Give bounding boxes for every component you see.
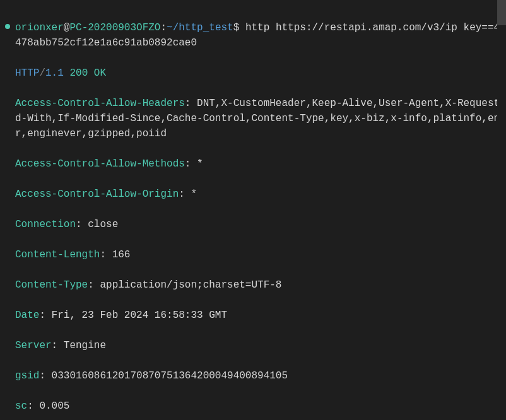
prompt-path: ~/http_test <box>167 22 233 33</box>
prompt-host: PC-20200903OFZO <box>69 22 160 33</box>
header-value: Fri, 23 Feb 2024 16:58:33 GMT <box>52 310 227 321</box>
active-bullet-icon <box>5 24 10 29</box>
header-name: Content-Length <box>15 249 100 260</box>
header-name: Access-Control-Allow-Origin <box>15 189 179 200</box>
scrollbar[interactable] <box>497 0 506 420</box>
header-name: gsid <box>15 370 39 382</box>
header-line: Connection: close <box>15 217 506 232</box>
header-name: Server <box>15 340 52 351</box>
http-status: 200 OK <box>69 67 106 79</box>
header-line: Access-Control-Allow-Methods: * <box>15 156 506 172</box>
header-line: Content-Length: 166 <box>15 247 506 262</box>
header-line: gsid: 0330160861201708707513642000494008… <box>15 368 506 383</box>
prompt-at: @ <box>64 22 70 33</box>
http-prefix: HTTP <box>15 67 39 79</box>
header-value: 0.005 <box>39 400 69 412</box>
scrollbar-thumb[interactable] <box>497 0 506 25</box>
header-value: Tengine <box>64 340 106 351</box>
header-value: * <box>191 189 197 200</box>
http-version: 1.1 <box>45 67 64 79</box>
header-value: close <box>88 219 118 230</box>
header-value: 166 <box>112 249 131 260</box>
prompt-colon: : <box>160 22 167 33</box>
http-status-line: HTTP/1.1 200 OK <box>15 66 506 81</box>
header-name: sc <box>15 400 27 412</box>
header-name: Date <box>15 310 39 321</box>
header-value: 033016086120170870751364200049400894105 <box>52 370 288 382</box>
http-slash: / <box>39 67 45 79</box>
header-value: * <box>197 158 203 170</box>
header-name: Content-Type <box>15 279 88 291</box>
header-name: Connection <box>15 219 76 230</box>
prompt-user: orionxer <box>15 22 64 33</box>
header-value: application/json;charset=UTF-8 <box>100 279 281 291</box>
header-line: Date: Fri, 23 Feb 2024 16:58:33 GMT <box>15 308 506 323</box>
header-name: Access-Control-Allow-Headers <box>15 98 185 109</box>
header-line: Content-Type: application/json;charset=U… <box>15 277 506 293</box>
terminal-output[interactable]: orionxer@PC-20200903OFZO:~/http_test$ ht… <box>3 5 506 420</box>
header-name: Access-Control-Allow-Methods <box>15 158 185 170</box>
header-line: Access-Control-Allow-Origin: * <box>15 187 506 202</box>
header-line: sc: 0.005 <box>15 399 506 414</box>
prompt-dollar: $ <box>233 22 240 33</box>
header-line: Access-Control-Allow-Headers: DNT,X-Cust… <box>15 96 506 141</box>
header-line: Server: Tengine <box>15 338 506 353</box>
prompt-line-1: orionxer@PC-20200903OFZO:~/http_test$ ht… <box>15 20 506 50</box>
